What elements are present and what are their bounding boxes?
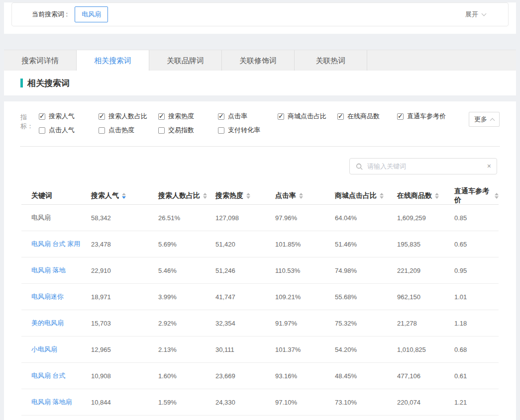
current-search-term-label: 当前搜索词 : — [32, 10, 68, 19]
checkbox-checked-icon[interactable] — [397, 113, 404, 120]
sort-icon[interactable] — [299, 193, 303, 199]
metric-option-3[interactable]: 点击率 — [218, 112, 278, 120]
metric-option-8[interactable]: 点击热度 — [99, 126, 158, 134]
section-header: 相关搜索词 — [4, 71, 516, 95]
metric-option-5[interactable]: 在线商品数 — [337, 112, 397, 120]
checkbox-checked-icon[interactable] — [39, 113, 45, 120]
metric-option-9[interactable]: 交易指数 — [158, 126, 218, 134]
value-cell: 75.32% — [335, 320, 397, 327]
metric-option-6[interactable]: 直通车参考价 — [397, 112, 457, 120]
sort-icon[interactable] — [246, 193, 250, 199]
metric-option-label: 支付转化率 — [228, 126, 260, 135]
keyword-cell: 电风扇 — [21, 213, 91, 222]
column-header-label: 直通车参考价 — [454, 187, 492, 205]
value-cell: 110.53% — [275, 267, 335, 274]
column-header-2[interactable]: 搜索人数占比 — [158, 191, 215, 200]
checkbox-unchecked-icon[interactable] — [99, 127, 105, 134]
expand-toggle[interactable]: 展开 — [465, 10, 486, 19]
keyword-search-input[interactable] — [363, 163, 497, 170]
column-header-label: 商城点击占比 — [335, 191, 377, 200]
table-header-row: 关键词搜索人气搜索人数占比搜索热度点击率商城点击占比在线商品数直通车参考价 — [21, 187, 499, 205]
checkbox-unchecked-icon[interactable] — [39, 127, 45, 134]
value-cell: 101.37% — [275, 346, 335, 353]
checkbox-unchecked-icon[interactable] — [218, 127, 224, 134]
keyword-cell[interactable]: 电风扇 落地 — [21, 266, 91, 275]
checkbox-checked-icon[interactable] — [337, 113, 344, 120]
tab-bar: 搜索词详情相关搜索词关联品牌词关联修饰词关联热词 — [4, 50, 516, 71]
keyword-cell[interactable]: 电风扇 落地扇 — [21, 398, 91, 407]
value-cell: 3.99% — [158, 293, 215, 301]
column-header-label: 搜索人气 — [91, 191, 119, 200]
value-cell: 32,354 — [215, 320, 275, 327]
page: 当前搜索词 : 电风扇 展开 搜索词详情相关搜索词关联品牌词关联修饰词关联热词 … — [4, 0, 516, 420]
value-cell: 73.10% — [335, 399, 397, 406]
value-cell: 10,908 — [91, 372, 158, 380]
column-header-5[interactable]: 商城点击占比 — [335, 191, 397, 200]
metric-option-label: 搜索人气 — [49, 112, 75, 121]
checkbox-checked-icon[interactable] — [278, 113, 284, 120]
column-header-6[interactable]: 在线商品数 — [397, 191, 454, 200]
sort-icon[interactable] — [203, 193, 207, 199]
keyword-cell[interactable]: 小电风扇 — [21, 345, 91, 354]
keyword-cell[interactable]: 电风扇 台式 家用 — [21, 240, 91, 249]
value-cell: 51,246 — [215, 267, 275, 274]
value-cell: 1.21 — [454, 399, 499, 406]
metric-option-label: 点击人气 — [49, 126, 75, 135]
metrics-grid: 搜索人气搜索人数占比搜索热度点击率商城点击占比在线商品数直通车参考价点击人气点击… — [39, 112, 457, 134]
value-cell: 101.85% — [275, 241, 335, 248]
value-cell: 93.16% — [275, 372, 335, 380]
value-cell: 18,971 — [91, 293, 158, 301]
sort-icon[interactable] — [122, 193, 126, 199]
metric-option-label: 商城点击占比 — [288, 112, 326, 121]
table-row: 小电风扇12,9652.13%30,111101.37%54.20%1,010,… — [21, 336, 499, 363]
checkbox-checked-icon[interactable] — [218, 113, 224, 120]
value-cell: 1.01 — [454, 293, 499, 301]
value-cell: 74.98% — [335, 267, 397, 274]
column-header-label: 关键词 — [31, 191, 52, 200]
value-cell: 5.46% — [158, 267, 215, 274]
clear-icon[interactable]: × — [487, 162, 491, 170]
search-row: × — [4, 158, 497, 174]
metric-option-0[interactable]: 搜索人气 — [39, 112, 99, 120]
tab-related-hot-terms[interactable]: 关联热词 — [295, 50, 367, 71]
keyword-cell[interactable]: 美的电风扇 — [21, 319, 91, 328]
value-cell: 22,910 — [91, 267, 158, 274]
sort-icon[interactable] — [435, 193, 439, 199]
keyword-cell[interactable]: 电风扇 台式 — [21, 371, 91, 380]
value-cell: 5.69% — [158, 241, 215, 248]
sort-icon[interactable] — [495, 193, 499, 199]
metric-option-4[interactable]: 商城点击占比 — [278, 112, 337, 120]
value-cell: 15,703 — [91, 320, 158, 327]
value-cell: 51,420 — [215, 241, 275, 248]
table-row: 电风扇迷你18,9713.99%41,747109.21%55.68%962,1… — [21, 284, 499, 310]
value-cell: 26.51% — [158, 214, 215, 222]
current-search-term-button[interactable]: 电风扇 — [75, 6, 108, 22]
checkbox-unchecked-icon[interactable] — [158, 127, 165, 134]
tab-search-term-detail[interactable]: 搜索词详情 — [4, 50, 77, 71]
sort-icon[interactable] — [380, 193, 384, 199]
value-cell: 64.04% — [335, 214, 397, 222]
metric-option-1[interactable]: 搜索人数占比 — [99, 112, 158, 120]
tab-related-modifier-terms[interactable]: 关联修饰词 — [222, 50, 295, 71]
checkbox-checked-icon[interactable] — [99, 113, 105, 120]
keyword-cell[interactable]: 电风扇迷你 — [21, 292, 91, 301]
value-cell: 2.92% — [158, 320, 215, 327]
column-header-7[interactable]: 直通车参考价 — [454, 187, 499, 205]
more-button[interactable]: 更多 — [469, 112, 500, 127]
metric-option-7[interactable]: 点击人气 — [39, 126, 99, 134]
metric-option-10[interactable]: 支付转化率 — [218, 126, 278, 134]
value-cell: 54.20% — [335, 346, 397, 353]
table-row: 电风扇 落地22,9105.46%51,246110.53%74.98%221,… — [21, 257, 499, 284]
checkbox-checked-icon[interactable] — [158, 113, 165, 120]
tab-related-brand-terms[interactable]: 关联品牌词 — [149, 50, 222, 71]
metric-option-2[interactable]: 搜索热度 — [158, 112, 218, 120]
value-cell: 51.46% — [335, 241, 397, 248]
value-cell: 91.97% — [275, 320, 335, 327]
value-cell: 97.10% — [275, 399, 335, 406]
tab-related-search-terms[interactable]: 相关搜索词 — [77, 50, 149, 71]
column-header-1[interactable]: 搜索人气 — [91, 191, 158, 200]
column-header-4[interactable]: 点击率 — [275, 191, 335, 200]
column-header-label: 搜索热度 — [215, 191, 243, 200]
column-header-3[interactable]: 搜索热度 — [215, 191, 275, 200]
value-cell: 2.13% — [158, 346, 215, 353]
